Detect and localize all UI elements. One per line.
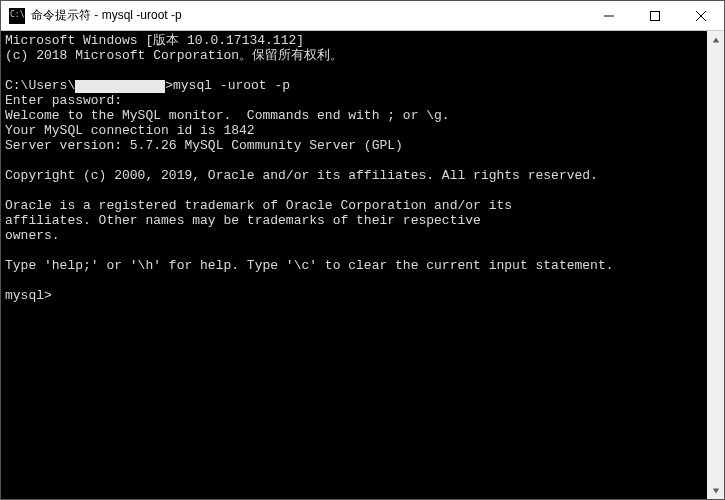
- close-button[interactable]: [678, 1, 724, 30]
- scroll-track[interactable]: [707, 48, 724, 482]
- prompt-command: >mysql -uroot -p: [165, 78, 290, 93]
- line: (c) 2018 Microsoft Corporation。保留所有权利。: [5, 48, 343, 63]
- svg-marker-5: [712, 488, 718, 493]
- cmd-icon: [9, 8, 25, 24]
- line: Copyright (c) 2000, 2019, Oracle and/or …: [5, 168, 598, 183]
- line: Your MySQL connection id is 1842: [5, 123, 255, 138]
- line: Welcome to the MySQL monitor. Commands e…: [5, 108, 450, 123]
- prompt-prefix: C:\Users\: [5, 78, 75, 93]
- minimize-button[interactable]: [586, 1, 632, 30]
- line: affiliates. Other names may be trademark…: [5, 213, 481, 228]
- line: Server version: 5.7.26 MySQL Community S…: [5, 138, 403, 153]
- window-titlebar: 命令提示符 - mysql -uroot -p: [1, 1, 724, 31]
- terminal-output[interactable]: Microsoft Windows [版本 10.0.17134.112] (c…: [1, 31, 707, 499]
- scroll-down-button[interactable]: [707, 482, 724, 499]
- line: Type 'help;' or '\h' for help. Type '\c'…: [5, 258, 614, 273]
- window-title: 命令提示符 - mysql -uroot -p: [31, 7, 586, 24]
- line: Microsoft Windows [版本 10.0.17134.112]: [5, 33, 304, 48]
- line: Enter password:: [5, 93, 122, 108]
- redacted-username: [75, 80, 165, 93]
- svg-rect-1: [651, 11, 660, 20]
- window-controls: [586, 1, 724, 30]
- maximize-button[interactable]: [632, 1, 678, 30]
- terminal-area: Microsoft Windows [版本 10.0.17134.112] (c…: [1, 31, 724, 499]
- mysql-prompt: mysql>: [5, 288, 52, 303]
- svg-marker-4: [712, 37, 718, 42]
- line: owners.: [5, 228, 60, 243]
- vertical-scrollbar[interactable]: [707, 31, 724, 499]
- scroll-up-button[interactable]: [707, 31, 724, 48]
- line: Oracle is a registered trademark of Orac…: [5, 198, 512, 213]
